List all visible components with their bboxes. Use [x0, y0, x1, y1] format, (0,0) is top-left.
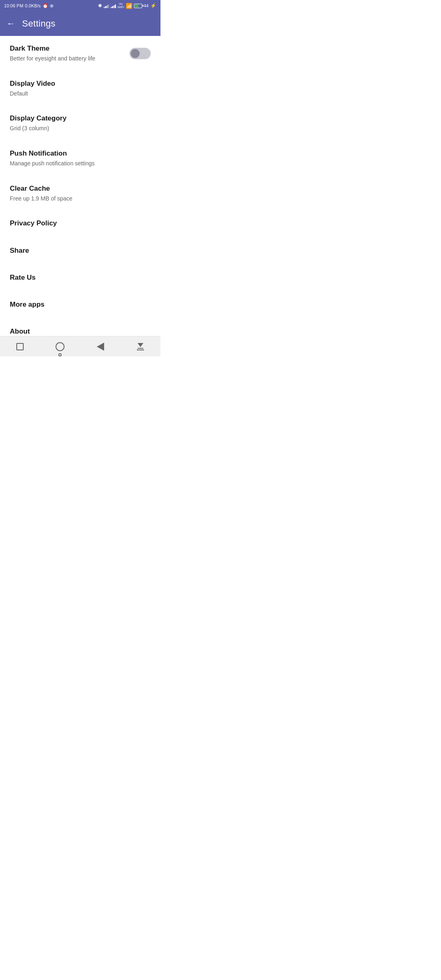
share-text: Share [10, 246, 151, 257]
setting-more-apps[interactable]: More apps [0, 292, 160, 319]
signal-bars-2 [111, 4, 116, 8]
share-title: Share [10, 246, 151, 255]
signal-bars-1 [104, 4, 109, 8]
display-category-subtitle: Grid (3 column) [10, 125, 151, 133]
app-bar: ← Settings [0, 11, 160, 36]
privacy-policy-title: Privacy Policy [10, 219, 151, 228]
setting-clear-cache[interactable]: Clear Cache Free up 1.9 MB of space [0, 176, 160, 211]
display-video-subtitle: Default [10, 90, 151, 98]
dark-theme-title: Dark Theme [10, 44, 129, 53]
alarm-icon: ⏰ [42, 3, 48, 9]
about-title: About [10, 327, 151, 336]
toggle-track [129, 48, 151, 59]
home-button[interactable] [50, 337, 70, 356]
display-video-text: Display Video Default [10, 79, 151, 98]
dark-theme-text: Dark Theme Better for eyesight and batte… [10, 44, 129, 63]
home-icon [56, 342, 65, 351]
bluetooth-icon: ✱ [98, 3, 102, 9]
vo-wifi-label: VoWiFi [118, 2, 124, 9]
time-display: 10:06 PM [4, 3, 23, 8]
setting-rate-us[interactable]: Rate Us [0, 265, 160, 292]
push-notification-text: Push Notification Manage push notificati… [10, 149, 151, 168]
back-button[interactable]: ← [7, 18, 16, 29]
status-bar: 10:06 PM 0.0KB/s ⏰ ⊕ ✱ VoWiFi 📶 [0, 0, 160, 11]
rate-us-title: Rate Us [10, 273, 151, 282]
more-apps-title: More apps [10, 300, 151, 309]
setting-dark-theme[interactable]: Dark Theme Better for eyesight and batte… [0, 36, 160, 71]
setting-about[interactable]: About [0, 319, 160, 336]
status-left: 10:06 PM 0.0KB/s ⏰ ⊕ [4, 3, 53, 9]
wifi-icon: 📶 [126, 3, 132, 9]
dark-theme-toggle[interactable] [129, 48, 151, 59]
download-button[interactable] [131, 337, 150, 356]
setting-display-video[interactable]: Display Video Default [0, 71, 160, 106]
rate-us-text: Rate Us [10, 273, 151, 284]
download-icon [137, 343, 144, 350]
status-right: ✱ VoWiFi 📶 44 ⚡ [98, 2, 156, 9]
settings-list: Dark Theme Better for eyesight and batte… [0, 36, 160, 336]
sync-icon: ⊕ [50, 3, 53, 9]
setting-push-notification[interactable]: Push Notification Manage push notificati… [0, 141, 160, 176]
setting-privacy-policy[interactable]: Privacy Policy [0, 211, 160, 238]
push-notification-title: Push Notification [10, 149, 151, 158]
clear-cache-subtitle: Free up 1.9 MB of space [10, 195, 151, 203]
recent-apps-icon [16, 343, 24, 350]
network-speed: 0.0KB/s [25, 3, 41, 8]
clear-cache-text: Clear Cache Free up 1.9 MB of space [10, 184, 151, 203]
more-apps-text: More apps [10, 300, 151, 311]
recent-apps-button[interactable] [10, 337, 30, 356]
back-nav-icon [97, 343, 104, 351]
battery-level: 44 [144, 3, 149, 8]
clear-cache-title: Clear Cache [10, 184, 151, 193]
about-text: About [10, 327, 151, 336]
display-category-text: Display Category Grid (3 column) [10, 114, 151, 133]
nav-bar [0, 336, 160, 356]
charging-icon: ⚡ [150, 3, 156, 9]
privacy-policy-text: Privacy Policy [10, 219, 151, 229]
toggle-thumb [131, 49, 140, 58]
setting-display-category[interactable]: Display Category Grid (3 column) [0, 106, 160, 141]
setting-share[interactable]: Share [0, 238, 160, 265]
display-video-title: Display Video [10, 79, 151, 88]
dark-theme-subtitle: Better for eyesight and battery life [10, 55, 129, 63]
page-title: Settings [22, 18, 56, 29]
back-nav-button[interactable] [91, 337, 110, 356]
display-category-title: Display Category [10, 114, 151, 123]
battery-indicator [134, 4, 142, 8]
push-notification-subtitle: Manage push notification settings [10, 160, 151, 168]
